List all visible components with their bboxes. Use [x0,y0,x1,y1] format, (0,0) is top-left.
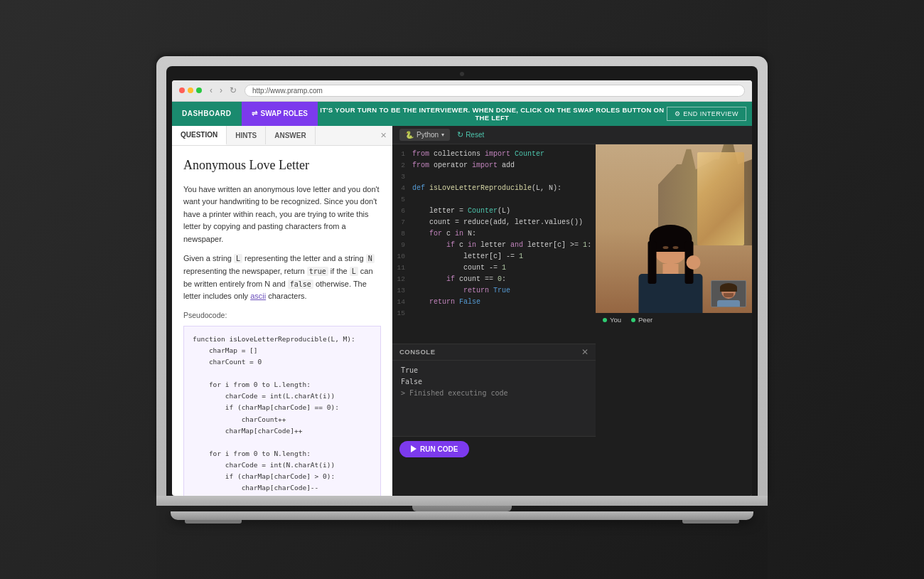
console-title: CONSOLE [399,348,435,356]
foot-right [682,520,739,524]
browser-window: ‹ › ↻ http://www.pramp.com DASHBOARD ⇌ S… [172,80,752,496]
minimize-dot[interactable] [188,87,193,93]
peer-video-pip [711,280,746,307]
peer-head [721,285,736,299]
browser-nav: ‹ › ↻ [208,85,239,95]
pseudocode-block: function isLoveLetterReproducible(L, M):… [183,326,381,496]
browser-dots [179,87,202,93]
hand [687,255,701,270]
python-icon: 🐍 [405,131,414,139]
tab-question[interactable]: QUESTION [172,126,227,145]
code-line-9: 9 if c in letter and letter[c] >= 1: [392,241,596,253]
code-line-11: 11 count -= 1 [392,264,596,275]
question-body2: Given a string L representing the letter… [183,253,381,302]
dashboard-link[interactable]: DASHBOARD [172,102,242,126]
video-panel: You Peer [596,144,752,496]
video-feed [596,144,752,314]
run-code-label: RUN CODE [420,445,458,453]
peer-body [717,300,740,307]
video-labels: You Peer [596,313,752,326]
code-line-14: 14 return False [392,298,596,309]
question-body1: You have written an anonymous love lette… [183,184,381,246]
inline-code-N: N [366,254,375,263]
reset-button[interactable]: ↻ Reset [457,130,484,139]
console-line-finished: > Finished executing code [401,388,587,399]
console-output: True False > Finished executing code [392,361,596,436]
inline-code-L2: L [350,267,358,276]
chevron-down-icon: ▾ [441,132,444,138]
console-header: CONSOLE ✕ [392,344,596,361]
console-close-button[interactable]: ✕ [581,347,589,357]
person-neck [663,264,679,274]
laptop-hinge [412,506,512,511]
you-indicator [603,318,607,322]
peer-indicator [631,318,635,322]
code-line-8: 8 for c in N: [392,230,596,241]
video-filler [596,326,752,496]
code-line-4: 4 def isLoveLetterReproducible(L, N): [392,184,596,196]
header-message: IT'S YOUR TURN TO BE THE INTERVIEWER. WH… [318,106,667,122]
run-code-bar: RUN CODE [392,436,596,462]
editor-left: 1 from collections import Counter 2 from… [392,144,596,496]
end-interview-label: END INTERVIEW [683,110,738,117]
maximize-dot[interactable] [196,87,202,93]
foot-left [185,520,242,524]
window-bg [697,152,744,245]
editor-area: 1 from collections import Counter 2 from… [392,144,752,496]
code-line-5: 5 [392,196,596,207]
you-text: You [610,316,621,324]
settings-icon: ⚙ [675,110,681,117]
code-line-7: 7 count = reduce(add, letter.values()) [392,218,596,230]
back-button[interactable]: ‹ [208,85,215,95]
refresh-icon: ↻ [457,130,463,139]
code-line-12: 12 if count == 0: [392,275,596,287]
address-bar[interactable]: http://www.pramp.com [245,85,745,97]
peer-hair [720,283,737,292]
pseudocode-label: Pseudocode: [183,310,381,322]
question-content: Anonymous Love Letter You have written a… [172,146,392,496]
end-interview-button[interactable]: ⚙ END INTERVIEW [667,107,746,121]
browser-chrome: ‹ › ↻ http://www.pramp.com [172,80,752,102]
right-eye [672,246,678,249]
question-title: Anonymous Love Letter [183,156,381,175]
tab-hints[interactable]: HINTS [227,127,266,144]
reset-label: Reset [466,131,484,139]
forward-button[interactable]: › [217,85,225,95]
inline-code-L: L [234,254,242,263]
editor-toolbar: 🐍 Python ▾ ↻ Reset [392,126,752,144]
code-line-13: 13 return True [392,287,596,298]
code-line-15: 15 [392,309,596,321]
panel-close-button[interactable]: ✕ [375,127,392,144]
code-line-2: 2 from operator import add [392,161,596,173]
laptop-bottom [171,511,753,520]
peer-text: Peer [638,316,652,324]
console-line-true: True [401,365,587,376]
tabs-bar: QUESTION HINTS ANSWER ✕ [172,126,392,146]
left-panel: QUESTION HINTS ANSWER ✕ Anonymous Love L… [172,126,392,496]
close-dot[interactable] [179,87,185,93]
language-selector[interactable]: 🐍 Python ▾ [399,129,450,141]
swap-label: SWAP ROLES [261,110,308,117]
inline-code-true: true [307,267,328,276]
main-person [639,227,703,313]
code-line-3: 3 [392,173,596,184]
language-label: Python [417,131,439,139]
app-header: DASHBOARD ⇌ SWAP ROLES IT'S YOUR TURN TO… [172,102,752,126]
swap-roles-button[interactable]: ⇌ SWAP ROLES [242,102,318,126]
run-code-button[interactable]: RUN CODE [399,441,469,457]
swap-icon: ⇌ [252,110,257,117]
play-icon [411,445,417,452]
code-editor[interactable]: 1 from collections import Counter 2 from… [392,144,596,344]
peer-beard [724,293,734,297]
person-head [654,227,688,264]
main-content: QUESTION HINTS ANSWER ✕ Anonymous Love L… [172,126,752,496]
code-line-6: 6 letter = Counter(L) [392,207,596,218]
tab-answer[interactable]: ANSWER [266,127,315,144]
peer-label: Peer [631,316,652,324]
ascii-link[interactable]: ascii [250,292,266,300]
person-hair-left [648,241,657,284]
inline-code-false: false [288,280,313,289]
right-panel: 🐍 Python ▾ ↻ Reset [392,126,752,496]
laptop-feet [185,520,739,524]
reload-button[interactable]: ↻ [227,85,239,95]
